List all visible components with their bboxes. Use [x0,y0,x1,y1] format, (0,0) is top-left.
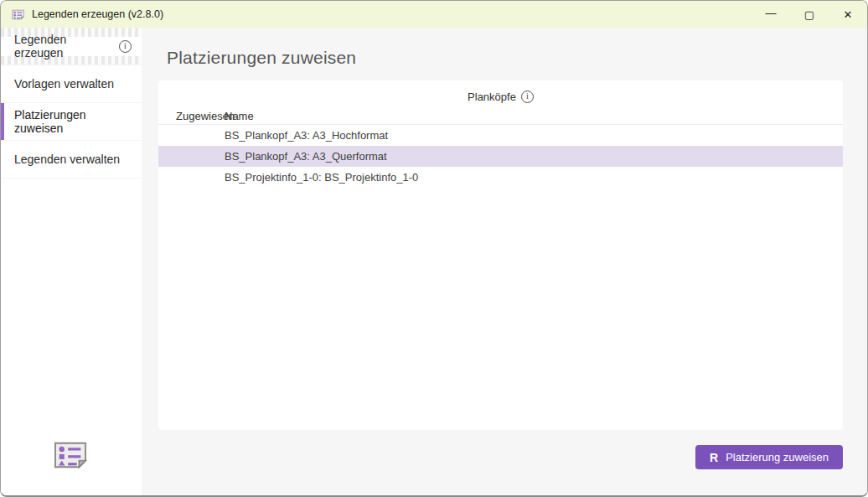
group-header-label: Planköpfe [468,91,516,103]
table-row[interactable]: BS_Projektinfo_1-0: BS_Projektinfo_1-0 [158,167,843,188]
legend-document-icon [51,439,90,471]
table-row[interactable]: BS_Plankopf_A3: A3_Hochformat [158,125,843,146]
column-header-assigned: Zugewiesen [158,110,225,122]
row-name-cell: BS_Plankopf_A3: A3_Hochformat [225,129,843,142]
table-row[interactable]: BS_Plankopf_A3: A3_Querformat [158,146,843,167]
action-bar: R Platzierung zuweisen [158,445,843,469]
sidebar-footer [1,439,142,495]
minimize-button[interactable]: — [752,1,790,28]
maximize-button[interactable]: ▢ [790,1,829,28]
assign-placement-button[interactable]: R Platzierung zuweisen [695,445,843,469]
sidebar-item-label: Vorlagen verwalten [14,77,114,91]
maximize-icon: ▢ [804,8,814,21]
row-name-cell: BS_Projektinfo_1-0: BS_Projektinfo_1-0 [225,171,843,184]
sidebar: Legenden erzeugen i Vorlagen verwalten P… [1,28,142,495]
revit-icon: R [710,452,718,463]
info-icon[interactable]: i [119,40,132,53]
sidebar-item-label: Platzierungen zuweisen [14,108,132,135]
sidebar-nav: Legenden erzeugen i Vorlagen verwalten P… [1,28,142,179]
page-title: Platzierungen zuweisen [167,48,867,68]
sidebar-item-label: Legenden erzeugen [14,33,112,60]
row-name-cell: BS_Plankopf_A3: A3_Querformat [225,150,843,163]
window-controls: — ▢ ✕ [752,1,867,28]
close-button[interactable]: ✕ [829,1,867,28]
close-icon: ✕ [844,8,853,21]
column-header-name: Name [225,110,843,122]
sidebar-item-legenden-erzeugen[interactable]: Legenden erzeugen i [1,28,142,65]
table-column-headers: Zugewiesen Name [158,107,843,125]
table-group-header: Planköpfe i [158,80,843,107]
sidebar-item-platzierungen-zuweisen[interactable]: Platzierungen zuweisen [1,103,142,141]
assign-placement-label: Platzierung zuweisen [726,451,829,463]
sidebar-item-label: Legenden verwalten [14,153,120,166]
app-body: Legenden erzeugen i Vorlagen verwalten P… [1,28,867,495]
table-rows: BS_Plankopf_A3: A3_Hochformat BS_Plankop… [158,125,843,188]
sidebar-item-legenden-verwalten[interactable]: Legenden verwalten [1,141,142,179]
app-legend-icon [11,8,25,21]
minimize-icon: — [766,7,777,19]
app-window: Legenden erzeugen (v2.8.0) — ▢ ✕ Legende… [0,0,868,497]
window-title: Legenden erzeugen (v2.8.0) [32,8,163,20]
main-content: Platzierungen zuweisen Planköpfe i Zugew… [142,28,867,495]
titlebar: Legenden erzeugen (v2.8.0) — ▢ ✕ [1,1,867,28]
sidebar-item-vorlagen-verwalten[interactable]: Vorlagen verwalten [1,65,142,103]
planheads-table: Planköpfe i Zugewiesen Name BS_Plankopf_… [158,80,843,430]
info-icon[interactable]: i [521,91,534,103]
